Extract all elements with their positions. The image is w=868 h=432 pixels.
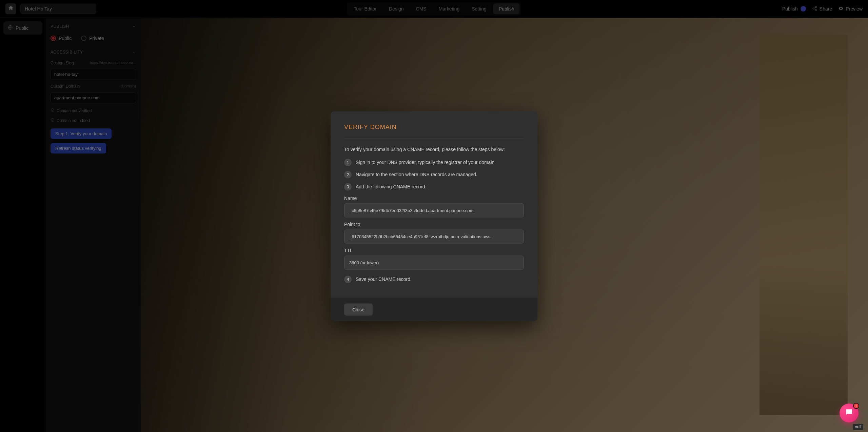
modal-title: VERIFY DOMAIN	[344, 123, 524, 130]
step-number-badge: 2	[344, 171, 352, 178]
chat-badge: 1	[853, 403, 859, 409]
cname-name-value[interactable]: _c5b6e87c45e79fdb7ed032f3b3c9dded.apartm…	[344, 203, 524, 217]
step-4-text: Save your CNAME record.	[356, 275, 412, 282]
close-button[interactable]: Close	[344, 303, 373, 315]
step-1: 1 Sign in to your DNS provider, typicall…	[344, 159, 524, 166]
tooltip-null: null	[853, 424, 863, 430]
modal-intro: To verify your domain using a CNAME reco…	[344, 146, 524, 152]
step-number-badge: 4	[344, 275, 352, 283]
cname-point-label: Point to	[344, 221, 524, 227]
step-2-text: Navigate to the section where DNS record…	[356, 171, 477, 177]
cname-ttl-label: TTL	[344, 247, 524, 253]
verify-domain-modal: VERIFY DOMAIN To verify your domain usin…	[331, 111, 537, 321]
chat-fab[interactable]: 1	[840, 404, 859, 423]
step-3: 3 Add the following CNAME record:	[344, 183, 524, 190]
modal-footer: Close	[331, 298, 537, 321]
step-1-text: Sign in to your DNS provider, typically …	[356, 159, 496, 165]
cname-ttl-block: TTL 3600 (or lower)	[344, 247, 524, 269]
modal-body: VERIFY DOMAIN To verify your domain usin…	[331, 111, 537, 298]
step-4: 4 Save your CNAME record.	[344, 275, 524, 283]
cname-ttl-value[interactable]: 3600 (or lower)	[344, 255, 524, 269]
step-2: 2 Navigate to the section where DNS reco…	[344, 171, 524, 178]
cname-point-value[interactable]: _6170345522b9b2bcb65454ce4a931ef8.lwzrbt…	[344, 229, 524, 243]
cname-point-block: Point to _6170345522b9b2bcb65454ce4a931e…	[344, 221, 524, 243]
step-number-badge: 3	[344, 183, 352, 190]
modal-divider	[344, 138, 524, 138]
cname-name-label: Name	[344, 195, 524, 201]
chat-icon	[845, 408, 853, 418]
step-3-text: Add the following CNAME record:	[356, 183, 427, 189]
step-number-badge: 1	[344, 159, 352, 166]
cname-name-block: Name _c5b6e87c45e79fdb7ed032f3b3c9dded.a…	[344, 195, 524, 217]
